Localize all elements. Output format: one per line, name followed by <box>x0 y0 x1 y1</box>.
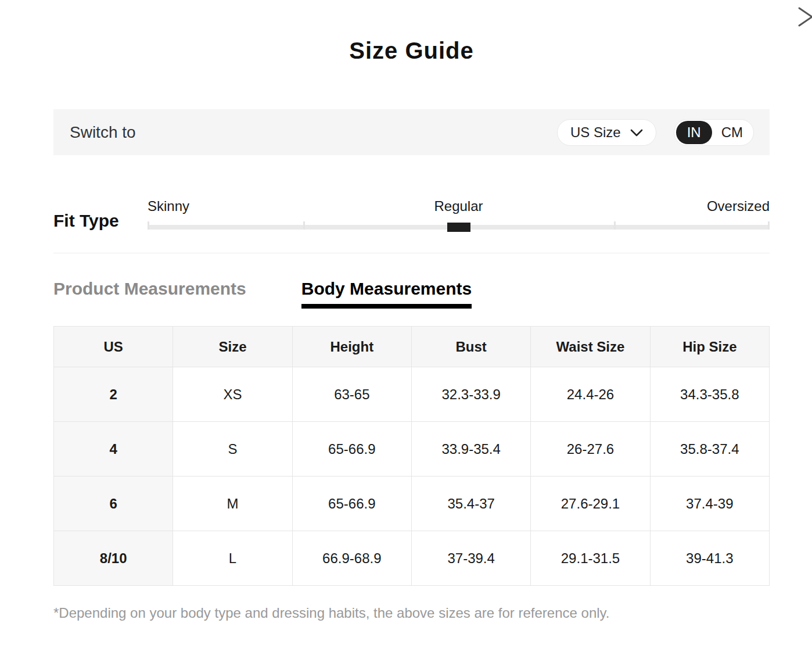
fit-type-options: Skinny Regular Oversized <box>148 198 770 216</box>
measurement-cell: 37.4-39 <box>650 477 769 531</box>
size-table: USSizeHeightBustWaist SizeHip Size 2XS63… <box>53 326 770 586</box>
column-header: Bust <box>411 327 530 367</box>
measurement-cell: 27.6-29.1 <box>531 477 650 531</box>
size-system-dropdown[interactable]: US Size <box>557 119 656 146</box>
measurement-cell: M <box>173 477 292 531</box>
size-table-body: 2XS63-6532.3-33.924.4-2634.3-35.84S65-66… <box>54 367 770 586</box>
measurement-cell: 35.4-37 <box>411 477 530 531</box>
measurement-cell: 33.9-35.4 <box>411 422 530 477</box>
unit-option-in[interactable]: IN <box>676 121 712 144</box>
fit-option-oversized[interactable]: Oversized <box>707 198 770 214</box>
section-divider <box>53 253 770 253</box>
fit-slider-track[interactable] <box>148 225 770 230</box>
table-row: 4S65-66.933.9-35.426-27.635.8-37.4 <box>54 422 770 477</box>
measurement-cell: 29.1-31.5 <box>531 531 650 586</box>
slider-tick <box>768 221 770 230</box>
slider-tick <box>614 221 616 230</box>
measurement-cell: 65-66.9 <box>292 477 411 531</box>
slider-tick <box>303 221 305 230</box>
column-header: US <box>54 327 173 367</box>
measurement-cell: 63-65 <box>292 367 411 422</box>
us-size-cell: 2 <box>54 367 173 422</box>
unit-toggle: IN CM <box>674 119 754 146</box>
page-title: Size Guide <box>53 37 770 64</box>
header-row: USSizeHeightBustWaist SizeHip Size <box>54 327 770 367</box>
fit-option-regular[interactable]: Regular <box>434 198 483 214</box>
measurement-cell: 24.4-26 <box>531 367 650 422</box>
fit-type-section: Fit Type Skinny Regular Oversized <box>53 198 770 230</box>
close-icon[interactable] <box>797 2 812 33</box>
column-header: Hip Size <box>650 327 769 367</box>
table-row: 6M65-66.935.4-3727.6-29.137.4-39 <box>54 477 770 531</box>
us-size-cell: 6 <box>54 477 173 531</box>
measurement-cell: XS <box>173 367 292 422</box>
measurement-cell: 26-27.6 <box>531 422 650 477</box>
size-table-head: USSizeHeightBustWaist SizeHip Size <box>54 327 770 367</box>
table-row: 8/10L66.9-68.937-39.429.1-31.539-41.3 <box>54 531 770 586</box>
size-guide-dialog: Size Guide Switch to US Size IN CM Fit T… <box>53 37 770 621</box>
fit-slider-handle[interactable] <box>447 223 470 232</box>
chevron-down-icon <box>630 129 643 137</box>
measurement-cell: 32.3-33.9 <box>411 367 530 422</box>
unit-option-cm[interactable]: CM <box>712 124 752 141</box>
switch-to-label: Switch to <box>70 123 136 142</box>
size-system-value: US Size <box>570 124 621 141</box>
fit-type-label: Fit Type <box>53 210 148 231</box>
switch-bar: Switch to US Size IN CM <box>53 109 770 155</box>
fit-option-skinny[interactable]: Skinny <box>148 198 189 214</box>
tab-body-measurements[interactable]: Body Measurements <box>301 279 472 309</box>
measurement-cell: L <box>173 531 292 586</box>
column-header: Height <box>292 327 411 367</box>
us-size-cell: 8/10 <box>54 531 173 586</box>
measurement-cell: 37-39.4 <box>411 531 530 586</box>
measurement-cell: 66.9-68.9 <box>292 531 411 586</box>
measurement-cell: 65-66.9 <box>292 422 411 477</box>
table-row: 2XS63-6532.3-33.924.4-2634.3-35.8 <box>54 367 770 422</box>
fit-type-slider: Skinny Regular Oversized <box>148 198 770 230</box>
tab-product-measurements[interactable]: Product Measurements <box>53 279 246 299</box>
column-header: Waist Size <box>531 327 650 367</box>
switch-controls: US Size IN CM <box>557 119 754 146</box>
footnote: *Depending on your body type and dressin… <box>53 605 770 621</box>
column-header: Size <box>173 327 292 367</box>
measurement-tabs: Product Measurements Body Measurements <box>53 279 770 309</box>
us-size-cell: 4 <box>54 422 173 477</box>
measurement-cell: 35.8-37.4 <box>650 422 769 477</box>
measurement-cell: 39-41.3 <box>650 531 769 586</box>
slider-tick <box>148 221 149 230</box>
measurement-cell: 34.3-35.8 <box>650 367 769 422</box>
measurement-cell: S <box>173 422 292 477</box>
